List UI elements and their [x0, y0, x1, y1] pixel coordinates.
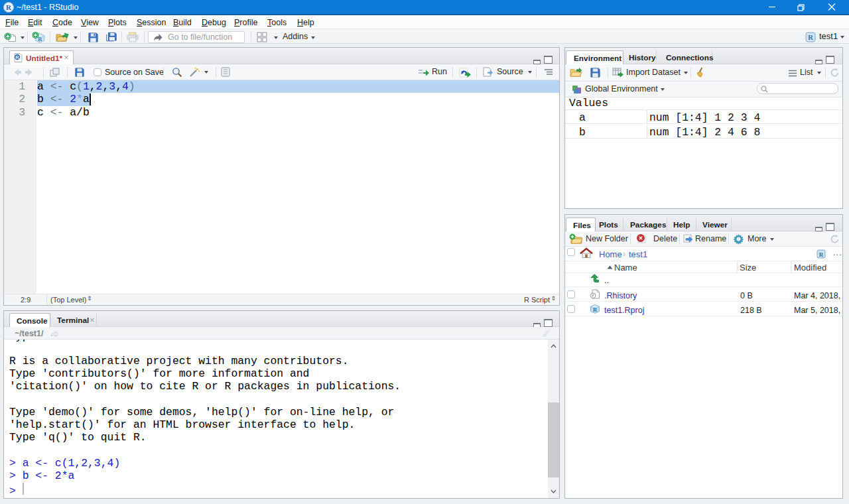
svg-text:R: R [38, 36, 42, 42]
svg-text:R: R [15, 54, 19, 60]
svg-text:R: R [6, 3, 12, 11]
svg-text:R: R [808, 34, 813, 41]
svg-text:R: R [593, 306, 598, 313]
svg-text:R: R [819, 251, 824, 258]
